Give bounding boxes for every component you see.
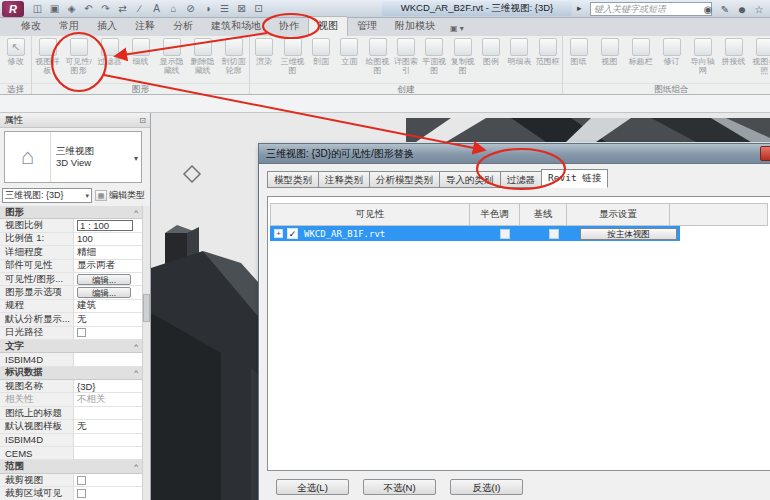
property-row[interactable]: 部件可见性显示两者 [0, 260, 143, 273]
property-row[interactable]: 视图比例1 : 100 [0, 219, 143, 232]
matchline-button[interactable]: 拼接线 [718, 38, 749, 66]
panel-label-graphics[interactable]: 图形 [32, 83, 249, 94]
property-row[interactable]: 默认视图样板无 [0, 420, 143, 433]
property-row[interactable]: ISBIM4D [0, 353, 143, 366]
favorites-icon[interactable]: ☆ [752, 2, 766, 16]
property-row[interactable]: 可见性/图形...编辑... [0, 273, 143, 286]
dimension-icon[interactable]: ∕ [132, 2, 147, 16]
modify-mini-toolbar-icon[interactable]: ▣ ▾ [444, 22, 470, 36]
tab-annotate[interactable]: 注释 [126, 17, 164, 36]
search-input[interactable]: 键入关键字或短语 [590, 2, 712, 16]
property-row[interactable]: CEMS [0, 447, 143, 460]
property-row[interactable]: 规程建筑 [0, 300, 143, 313]
sun-path-checkbox[interactable] [77, 328, 86, 337]
sign-in-icon[interactable]: ☻ [735, 2, 749, 16]
view-reference-button[interactable]: 视图参照 [749, 38, 770, 75]
tab-addins[interactable]: 附加模块 [386, 17, 444, 36]
plan-views-button[interactable]: 平面视图 [420, 38, 448, 75]
callout-button[interactable]: 详图索引 [392, 38, 420, 75]
render-icon[interactable]: ◑ [200, 2, 215, 16]
tab-filters[interactable]: 过滤器 [500, 171, 542, 188]
save-icon[interactable]: ▣ [47, 2, 62, 16]
section-button[interactable]: 剖面 [307, 38, 335, 66]
sheet-button[interactable]: 图纸 [563, 38, 594, 66]
underlay-checkbox[interactable] [549, 229, 559, 239]
group-row[interactable]: 图形^ [0, 206, 143, 219]
tab-analyze[interactable]: 分析 [164, 17, 202, 36]
remove-hidden-lines-button[interactable]: 删除隐藏线 [187, 38, 218, 75]
select-all-button[interactable]: 全选(L) [276, 479, 349, 495]
guide-grid-button[interactable]: 导向轴网 [687, 38, 718, 75]
by-host-view-button[interactable]: 按主体视图 [580, 228, 677, 240]
render-button[interactable]: 渲染 [250, 38, 278, 66]
default-3d-view-icon[interactable]: ⌂ [166, 2, 181, 16]
crop-region-visible-checkbox[interactable] [77, 489, 86, 498]
tab-view[interactable]: 视图 [308, 16, 348, 36]
cut-profile-button[interactable]: 剖切面轮廓 [218, 38, 249, 75]
tab-imported-categories[interactable]: 导入的类别 [439, 171, 500, 188]
search-icon[interactable]: ◉ [701, 2, 715, 16]
text-icon[interactable]: A [149, 2, 164, 16]
property-row[interactable]: 默认分析显示...无 [0, 313, 143, 326]
view-button[interactable]: 视图 [594, 38, 625, 66]
table-row[interactable]: + ✓ WKCD_AR_B1F.rvt 按主体视图 [270, 226, 768, 241]
group-row[interactable]: 文字^ [0, 340, 143, 353]
expand-icon[interactable]: + [274, 229, 283, 238]
property-row[interactable]: 视图名称{3D} [0, 380, 143, 393]
panel-label-create[interactable]: 创建 [250, 83, 562, 94]
visibility-graphics-edit-button[interactable]: 编辑... [77, 274, 131, 285]
tab-insert[interactable]: 插入 [88, 17, 126, 36]
drafting-view-button[interactable]: 绘图视图 [363, 38, 391, 75]
selected-link-row[interactable]: + ✓ WKCD_AR_B1F.rvt 按主体视图 [270, 226, 680, 241]
undo-icon[interactable]: ↶ [81, 2, 96, 16]
scope-box-button[interactable]: 范围框 [534, 38, 562, 66]
3d-view-button[interactable]: 三维视图 [278, 38, 306, 75]
view-scale-input[interactable]: 1 : 100 [77, 220, 133, 231]
tab-revit-links[interactable]: Revit 链接 [541, 169, 608, 188]
panel-label-select[interactable]: 选择 [0, 83, 31, 94]
tab-analytical-categories[interactable]: 分析模型类别 [369, 171, 439, 188]
halftone-checkbox[interactable] [500, 229, 510, 239]
property-row[interactable]: ISBIM4D [0, 434, 143, 447]
tab-massing-site[interactable]: 建筑和场地 [202, 17, 270, 36]
tab-home[interactable]: 常用 [50, 17, 88, 36]
measure-icon[interactable]: ⇄ [115, 2, 130, 16]
scrollbar-thumb[interactable] [143, 294, 150, 322]
switch-windows-icon[interactable]: ⊡ [251, 2, 266, 16]
sync-icon[interactable]: ◈ [64, 2, 79, 16]
type-selector-preview[interactable]: ⌂ 三维视图 3D View ▾ [4, 131, 142, 183]
property-row[interactable]: 图纸上的标题 [0, 407, 143, 420]
schedules-button[interactable]: 明细表 [505, 38, 533, 66]
elevation-button[interactable]: 立面 [335, 38, 363, 66]
invert-selection-button[interactable]: 反选(I) [450, 479, 523, 495]
tab-collaborate[interactable]: 协作 [270, 17, 308, 36]
view-templates-button[interactable]: 视图样板 [32, 38, 63, 75]
tab-model-categories[interactable]: 模型类别 [267, 171, 318, 188]
title-expand-icon[interactable]: ▸ [577, 3, 582, 13]
property-row[interactable]: 裁剪视图 [0, 474, 143, 487]
filters-button[interactable]: 过滤器 [94, 38, 125, 66]
group-row[interactable]: 范围^ [0, 460, 143, 473]
thin-lines-button[interactable]: 细线 [125, 38, 156, 66]
panel-label-sheet-composition[interactable]: 图纸组合 [563, 83, 770, 94]
open-icon[interactable]: ◫ [30, 2, 45, 16]
redo-icon[interactable]: ↷ [98, 2, 113, 16]
select-none-button[interactable]: 不选(N) [363, 479, 436, 495]
revit-logo-icon[interactable]: R [2, 1, 24, 17]
view-selector-combo[interactable]: 三维视图: {3D} ▾ [2, 188, 92, 203]
link-visibility-checkbox[interactable]: ✓ [287, 228, 298, 239]
group-row[interactable]: 标识数据^ [0, 367, 143, 380]
title-block-button[interactable]: 标题栏 [625, 38, 656, 66]
crop-view-checkbox[interactable] [77, 476, 86, 485]
communication-center-icon[interactable]: ✎ [718, 2, 732, 16]
dialog-title-bar[interactable]: 三维视图: {3D}的可见性/图形替换 [259, 144, 770, 164]
property-row[interactable]: 日光路径 [0, 327, 143, 340]
edit-type-button[interactable]: ▦ 编辑类型 [95, 189, 145, 202]
tab-modify[interactable]: 修改 [12, 17, 50, 36]
property-row[interactable]: 详细程度精细 [0, 246, 143, 259]
graphic-display-options-edit-button[interactable]: 编辑... [77, 287, 131, 298]
modify-button[interactable]: ↖ 修改 [0, 38, 31, 66]
properties-panel-toggle-icon[interactable]: ⊡ [139, 116, 146, 125]
thin-lines-icon[interactable]: ☰ [217, 2, 232, 16]
revisions-button[interactable]: 修订 [656, 38, 687, 66]
